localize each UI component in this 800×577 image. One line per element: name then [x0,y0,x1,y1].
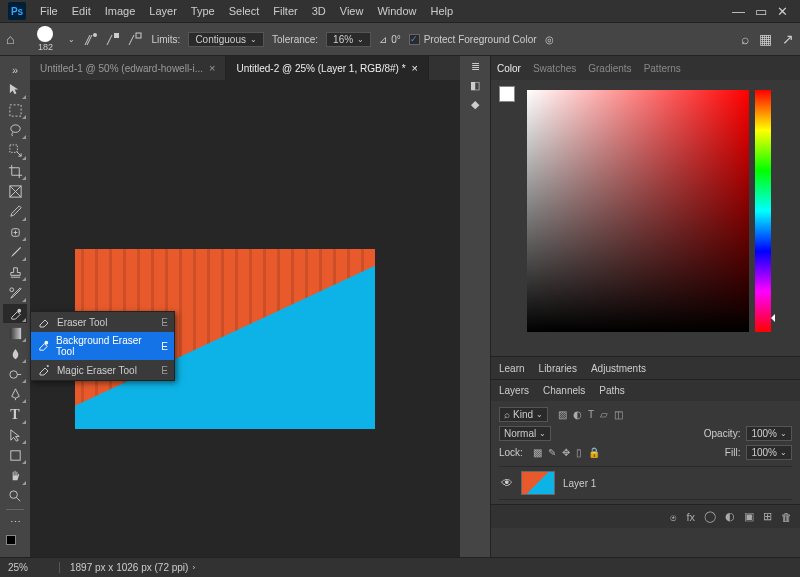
opacity-input[interactable]: 100% ⌄ [746,426,792,441]
filter-pixel-icon[interactable]: ▨ [558,409,567,420]
menu-type[interactable]: Type [185,2,221,20]
menu-image[interactable]: Image [99,2,142,20]
search-icon[interactable]: ⌕ [741,31,749,47]
window-minimize-button[interactable]: — [732,4,745,19]
foreground-color-swatch[interactable] [6,535,16,545]
menu-3d[interactable]: 3D [306,2,332,20]
lock-pos-icon[interactable]: ✥ [562,447,570,458]
menu-layer[interactable]: Layer [143,2,183,20]
flyout-item-magic-eraser[interactable]: Magic Eraser Tool E [31,360,174,380]
pressure-ring-icon[interactable]: ◎ [545,34,554,45]
selection-tool[interactable] [3,141,27,160]
home-icon[interactable]: ⌂ [6,31,14,47]
chevron-down-icon[interactable]: ⌄ [68,35,75,44]
path-select-tool[interactable] [3,426,27,445]
hue-slider[interactable] [755,90,771,332]
gradient-tool[interactable] [3,324,27,343]
hand-tool[interactable] [3,466,27,485]
share-icon[interactable]: ↗ [782,31,794,47]
tab-libraries[interactable]: Libraries [539,363,577,374]
shape-tool[interactable] [3,446,27,465]
window-close-button[interactable]: ✕ [777,4,788,19]
sampling-bg-icon[interactable] [127,31,143,47]
menu-edit[interactable]: Edit [66,2,97,20]
menu-window[interactable]: Window [371,2,422,20]
tab-swatches[interactable]: Swatches [533,63,576,74]
sampling-continuous-icon[interactable] [83,31,99,47]
status-doc-info[interactable]: 1897 px x 1026 px (72 ppi) › [60,562,205,573]
healing-tool[interactable] [3,223,27,242]
fill-input[interactable]: 100% ⌄ [746,445,792,460]
edit-toolbar-icon[interactable]: ⋯ [3,513,27,532]
fg-bg-swatches[interactable] [6,535,24,551]
tab-layers[interactable]: Layers [499,385,529,396]
eyedropper-tool[interactable] [3,202,27,221]
dock-icon[interactable]: ◧ [470,79,480,92]
move-tool[interactable] [3,80,27,99]
window-frame-button[interactable]: ▭ [755,4,767,19]
workspace-icon[interactable]: ▦ [759,31,772,47]
stamp-tool[interactable] [3,263,27,282]
trash-icon[interactable]: 🗑 [781,511,792,523]
frame-tool[interactable] [3,182,27,201]
tab-adjustments[interactable]: Adjustments [591,363,646,374]
menu-view[interactable]: View [334,2,370,20]
menu-help[interactable]: Help [425,2,460,20]
pen-tool[interactable] [3,385,27,404]
limits-select[interactable]: Contiguous ⌄ [188,32,264,47]
dock-icon[interactable]: ◆ [471,98,479,111]
document-tab[interactable]: Untitled-1 @ 50% (edward-howell-i... × [30,56,226,80]
menu-select[interactable]: Select [223,2,266,20]
brush-preview[interactable]: 182 [30,26,60,52]
status-zoom[interactable]: 25% [0,562,60,573]
fx-icon[interactable]: fx [686,511,695,523]
tab-patterns[interactable]: Patterns [644,63,681,74]
close-icon[interactable]: × [412,62,418,74]
mask-icon[interactable]: ◯ [704,510,716,523]
filter-type-icon[interactable]: T [588,409,594,420]
tab-color[interactable]: Color [497,63,521,74]
layer-filter-select[interactable]: ⌕ Kind ⌄ [499,407,548,422]
lock-all-icon[interactable]: 🔒 [588,447,600,458]
layer-thumbnail[interactable] [521,471,555,495]
eraser-tool[interactable] [3,304,27,323]
menu-file[interactable]: File [34,2,64,20]
filter-shape-icon[interactable]: ▱ [600,409,608,420]
filter-smart-icon[interactable]: ◫ [614,409,623,420]
flyout-item-eraser[interactable]: Eraser Tool E [31,312,174,332]
document-tab[interactable]: Untitled-2 @ 25% (Layer 1, RGB/8#) * × [226,56,429,80]
tab-channels[interactable]: Channels [543,385,585,396]
lock-paint-icon[interactable]: ✎ [548,447,556,458]
color-fg-bg-swatch[interactable] [499,86,521,112]
tab-gradients[interactable]: Gradients [588,63,631,74]
history-brush-tool[interactable] [3,283,27,302]
type-tool[interactable]: T [3,405,27,424]
visibility-eye-icon[interactable]: 👁 [501,476,513,490]
layer-name[interactable]: Layer 1 [563,478,596,489]
close-icon[interactable]: × [209,62,215,74]
crop-tool[interactable] [3,162,27,181]
new-layer-icon[interactable]: ⊞ [763,510,772,523]
angle-value[interactable]: 0° [391,34,401,45]
brush-tool[interactable] [3,243,27,262]
protect-fg-checkbox[interactable]: ✓ [409,34,420,45]
color-field[interactable] [527,90,749,332]
dock-icon[interactable]: ≣ [471,60,480,73]
lasso-tool[interactable] [3,121,27,140]
group-icon[interactable]: ▣ [744,510,754,523]
sampling-once-icon[interactable] [105,31,121,47]
lock-trans-icon[interactable]: ▩ [533,447,542,458]
blend-mode-select[interactable]: Normal ⌄ [499,426,551,441]
flyout-item-bg-eraser[interactable]: Background Eraser Tool E [31,332,174,360]
menu-filter[interactable]: Filter [267,2,303,20]
tab-paths[interactable]: Paths [599,385,625,396]
collapse-arrows-icon[interactable]: » [3,60,27,79]
adjustment-icon[interactable]: ◐ [725,510,735,523]
zoom-tool[interactable] [3,487,27,506]
tolerance-input[interactable]: 16% ⌄ [326,32,371,47]
blur-tool[interactable] [3,344,27,363]
link-layers-icon[interactable]: ⍟ [670,511,677,523]
lock-nest-icon[interactable]: ▯ [576,447,582,458]
dodge-tool[interactable] [3,365,27,384]
marquee-tool[interactable] [3,101,27,120]
